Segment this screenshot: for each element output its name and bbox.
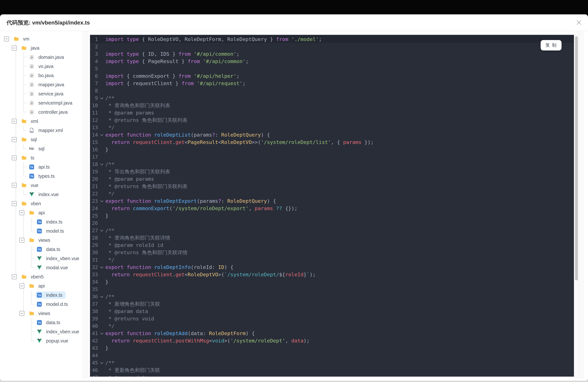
tree-item-vben[interactable]: vben (0, 199, 83, 208)
tree-item-main[interactable]: bo.java (28, 72, 57, 79)
tree-item-main[interactable]: service.java (28, 90, 67, 97)
tree-item-main[interactable]: popup.vue (36, 337, 71, 344)
tree-collapse-toggle[interactable] (12, 137, 17, 142)
tree-item-index-vben-vue[interactable]: index_vben.vue (0, 254, 83, 263)
tree-collapse-toggle[interactable] (12, 155, 17, 160)
tree-item-bo-java[interactable]: bo.java (0, 71, 83, 80)
tree-collapse-toggle[interactable] (4, 36, 9, 41)
close-icon[interactable] (576, 19, 582, 26)
tree-collapse-toggle[interactable] (12, 274, 17, 279)
tree-item-main[interactable]: views (28, 310, 54, 317)
tree-item-controller-java[interactable]: controller.java (0, 107, 83, 117)
tree-item-data-ts[interactable]: TSdata.ts (0, 245, 83, 254)
tree-item-main[interactable]: views (28, 236, 54, 244)
tree-item-sql[interactable]: SQLsql (0, 144, 83, 153)
tree-collapse-toggle[interactable] (20, 210, 24, 215)
tree-item-main[interactable]: java (20, 44, 43, 52)
tree-item-data-ts[interactable]: TSdata.ts (0, 318, 83, 327)
tree-item-xml[interactable]: xml (0, 117, 83, 126)
code-text: * @returns 角色和部门关联列表 (105, 116, 188, 124)
tree-item-main[interactable]: vm (13, 35, 33, 42)
tree-item-main[interactable]: vue (20, 182, 42, 189)
tree-item-serviceimpl-java[interactable]: serviceImpl.java (0, 98, 83, 107)
tree-item-index-ts[interactable]: TSindex.ts (0, 217, 83, 226)
tree-item-vue[interactable]: vue (0, 181, 83, 190)
tree-item-main[interactable]: index.vue (28, 191, 62, 198)
tree-item-main[interactable]: serviceImpl.java (28, 99, 76, 106)
tree-item-popup-vue[interactable]: popup.vue (0, 336, 83, 345)
tree-item-api-ts[interactable]: TSapi.ts (0, 162, 83, 171)
tree-item-java[interactable]: java (0, 43, 83, 53)
tree-item-main[interactable]: api (28, 282, 48, 290)
tree-item-types-ts[interactable]: TStypes.ts (0, 171, 83, 181)
tree-item-mapper-xml[interactable]: XMLmapper.xml (0, 126, 83, 135)
tree-item-ts[interactable]: ts (0, 153, 83, 162)
fold-chevron-down-icon[interactable] (100, 96, 103, 99)
fold-chevron-down-icon[interactable] (100, 265, 103, 268)
tree-item-main[interactable]: vben (20, 200, 44, 207)
tree-item-main[interactable]: TSmodel.d.ts (36, 301, 71, 308)
tree-item-main[interactable]: TSdata.ts (36, 246, 63, 253)
tree-item-api[interactable]: api (0, 208, 83, 217)
fold-chevron-down-icon[interactable] (100, 361, 103, 364)
tree-item-main[interactable]: TStypes.ts (28, 172, 58, 180)
tree-item-main[interactable]: modal.vue (36, 264, 71, 271)
tree-item-vm[interactable]: vm (0, 34, 83, 43)
tree-item-main[interactable]: domain.java (28, 54, 67, 61)
tree-item-main[interactable]: vo.java (28, 63, 57, 70)
fold-chevron-down-icon[interactable] (100, 228, 103, 232)
fold-chevron-down-icon[interactable] (100, 199, 103, 202)
tree-scrollbar-track[interactable] (83, 31, 88, 379)
tree-collapse-toggle[interactable] (20, 283, 24, 288)
tree-item-modal-vue[interactable]: modal.vue (0, 263, 83, 272)
tree-item-main[interactable]: controller.java (28, 108, 71, 116)
tree-item-index-vben-vue[interactable]: index_vben.vue (0, 327, 83, 336)
tree-item-main[interactable]: TSapi.ts (28, 163, 53, 170)
code-text: * @param params (105, 175, 154, 183)
tree-collapse-toggle[interactable] (20, 311, 24, 316)
tree-collapse-toggle[interactable] (12, 201, 17, 206)
code-editor-panel[interactable]: 1import type { RoleDeptVO, RoleDeptForm,… (90, 35, 574, 377)
tree-collapse-toggle[interactable] (12, 183, 17, 188)
fold-chevron-down-icon[interactable] (100, 331, 103, 335)
tree-item-domain-java[interactable]: domain.java (0, 53, 83, 62)
tree-item-main[interactable]: SQLsql (28, 145, 48, 152)
tree-collapse-toggle[interactable] (12, 45, 17, 50)
tree-item-main[interactable]: index_vben.vue (36, 255, 83, 262)
fold-chevron-down-icon[interactable] (100, 162, 103, 166)
tree-item-service-java[interactable]: service.java (0, 89, 83, 98)
tree-item-views[interactable]: views (0, 236, 83, 245)
tree-item-main[interactable]: api (28, 209, 48, 216)
tree-item-main[interactable]: sql (20, 136, 40, 143)
tree-collapse-toggle[interactable] (20, 238, 24, 243)
tree-item-sql[interactable]: sql (0, 135, 83, 144)
tree-item-vben5[interactable]: vben5 (0, 272, 83, 281)
tree-item-main[interactable]: xml (20, 118, 41, 125)
tree-item-main[interactable]: vben5 (20, 273, 47, 280)
tree-item-main[interactable]: XMLmapper.xml (28, 127, 66, 134)
tree-item-main[interactable]: ts (20, 154, 38, 161)
tree-item-index-vue[interactable]: index.vue (0, 190, 83, 199)
tree-item-main[interactable]: index_vben.vue (36, 328, 83, 335)
tree-item-main[interactable]: TSmodel.ts (36, 227, 67, 235)
code-text: * @param roleId id (105, 241, 163, 249)
tree-item-main[interactable]: mapper.java (28, 81, 67, 88)
tree-item-views[interactable]: views (0, 309, 83, 318)
tree-item-model-d-ts[interactable]: TSmodel.d.ts (0, 300, 83, 309)
tree-item-main[interactable]: TSindex.ts (36, 218, 66, 226)
tree-item-selected[interactable]: TSindex.ts (36, 292, 66, 299)
code-scrollbar-thumb[interactable] (575, 36, 578, 280)
tree-item-index-ts[interactable]: TSindex.ts (0, 291, 83, 300)
tree-collapse-toggle[interactable] (12, 119, 17, 124)
fold-chevron-down-icon[interactable] (100, 295, 103, 298)
code-text: export function roleDeptInfo(roleId: ID)… (105, 264, 233, 271)
fold-chevron-down-icon[interactable] (100, 133, 103, 136)
tree-item-model-ts[interactable]: TSmodel.ts (0, 226, 83, 236)
tree-item-api[interactable]: api (0, 281, 83, 291)
tree-item-vo-java[interactable]: vo.java (0, 62, 83, 71)
tree-guide-line (16, 98, 16, 107)
tree-item-main[interactable]: TSdata.ts (36, 319, 63, 326)
copy-button[interactable]: 复 制 (541, 40, 562, 50)
dialog-scrollbar-track[interactable] (579, 31, 584, 379)
tree-item-mapper-java[interactable]: mapper.java (0, 80, 83, 89)
